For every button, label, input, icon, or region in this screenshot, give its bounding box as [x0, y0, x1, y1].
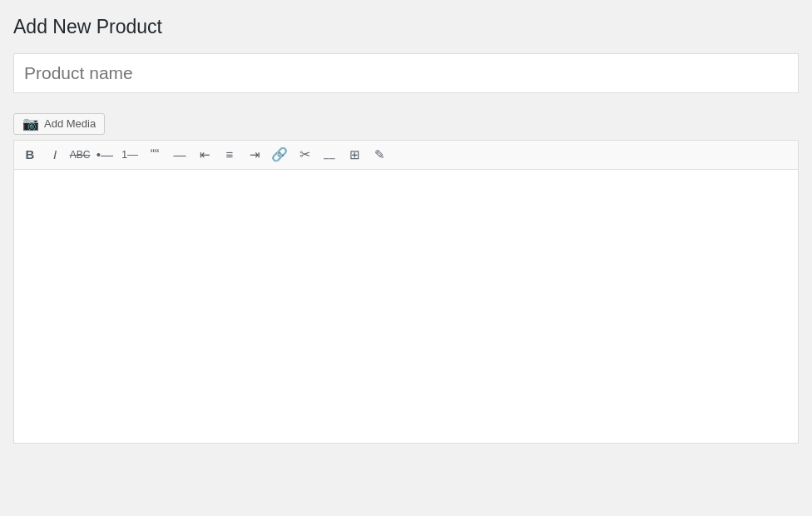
toolbar-align-center[interactable]: ≡	[217, 143, 242, 166]
align-center-icon: ≡	[226, 148, 234, 161]
blockquote-icon: ““	[151, 148, 160, 161]
toolbar-more-tag[interactable]: ⎯⎯	[317, 143, 342, 166]
align-left-icon: ⇤	[200, 148, 210, 161]
toolbar-align-right[interactable]: ⇥	[242, 143, 267, 166]
unlink-icon: ✂	[300, 148, 310, 161]
ordered-list-icon: 1—	[121, 149, 138, 160]
toolbar-table[interactable]: ⊞	[342, 143, 367, 166]
editor-area: 📷 Add Media B I ABC •— 1— ““	[13, 107, 799, 444]
more-tag-icon: ⎯⎯	[324, 150, 335, 159]
toolbar-bold[interactable]: B	[17, 143, 42, 166]
add-media-label: Add Media	[44, 117, 96, 130]
table-icon: ⊞	[349, 148, 360, 161]
editor-content[interactable]	[13, 169, 799, 444]
toolbar-ordered-list[interactable]: 1—	[117, 143, 142, 166]
toolbar-italic[interactable]: I	[42, 143, 67, 166]
toolbar-blockquote[interactable]: ““	[142, 143, 167, 166]
toolbar-strikethrough[interactable]: ABC	[67, 143, 92, 166]
toolbar-link[interactable]: 🔗	[267, 143, 292, 166]
add-media-button[interactable]: 📷 Add Media	[13, 113, 105, 135]
horizontal-rule-icon: —	[174, 148, 186, 161]
add-media-bar: 📷 Add Media	[13, 107, 799, 140]
toolbar-horizontal-rule[interactable]: —	[167, 143, 192, 166]
strikethrough-icon: ABC	[70, 150, 91, 160]
italic-icon: I	[53, 148, 57, 161]
toolbar-align-left[interactable]: ⇤	[192, 143, 217, 166]
toolbar-pencil[interactable]: ✎	[367, 143, 392, 166]
product-name-input[interactable]	[13, 53, 799, 93]
page-title: Add New Product	[13, 15, 799, 40]
editor-toolbar: B I ABC •— 1— ““ — ⇤	[13, 140, 799, 169]
add-media-icon: 📷	[22, 117, 39, 131]
toolbar-unlink[interactable]: ✂	[292, 143, 317, 166]
align-right-icon: ⇥	[250, 148, 260, 161]
bold-icon: B	[26, 148, 35, 161]
toolbar-unordered-list[interactable]: •—	[92, 143, 117, 166]
unordered-list-icon: •—	[97, 148, 113, 161]
pencil-icon: ✎	[374, 148, 385, 161]
page-container: Add New Product 📷 Add Media B I ABC •—	[0, 0, 812, 516]
link-icon: 🔗	[271, 148, 288, 161]
